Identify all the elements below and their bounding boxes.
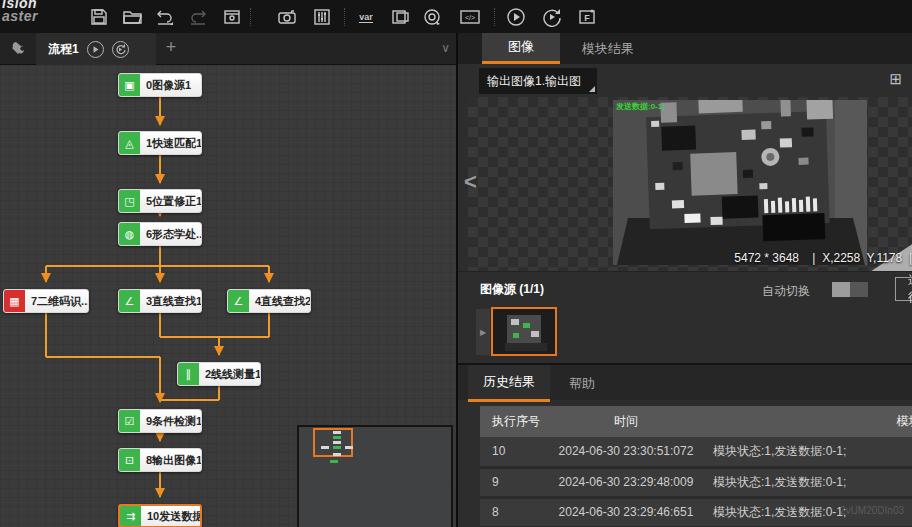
- flow-node-label: 4直线查找2: [249, 290, 311, 312]
- tab-image[interactable]: 图像: [482, 33, 560, 64]
- history-cell: 10: [480, 437, 551, 467]
- flow-tab[interactable]: 流程1: [36, 33, 156, 65]
- result-tab-bar: 图像 模块结果: [458, 33, 912, 64]
- col-module-data: 模块数据: [701, 406, 912, 437]
- flow-node-6-morphology[interactable]: ◍6形态学处...: [118, 222, 202, 246]
- add-flow-button[interactable]: +: [160, 37, 182, 58]
- thumbnail-nav-icon[interactable]: ▶: [476, 309, 490, 355]
- variable-icon[interactable]: var: [352, 6, 380, 28]
- run-once-icon[interactable]: [505, 6, 527, 28]
- flow-node-0-image-source[interactable]: ▣0图像源1: [118, 73, 202, 97]
- toggle-knob: [832, 282, 850, 297]
- col-time: 时间: [551, 406, 701, 437]
- history-cell: 2024-06-30 23:30:51:072: [551, 437, 701, 467]
- thumbnail-image: [493, 309, 555, 354]
- target-run-icon[interactable]: [421, 6, 443, 28]
- output-image-select-label: 输出图像1.输出图: [487, 73, 581, 90]
- flow-node-label: 6形态学处...: [140, 223, 202, 245]
- 0-image-source-icon: ▣: [119, 74, 140, 96]
- image-source-label: 图像源 (1/1): [480, 281, 544, 298]
- history-cell: 模块状态:1,发送数据:0-1;: [701, 467, 912, 497]
- flow-run-loop-button[interactable]: [112, 41, 129, 58]
- flow-node-label: 10发送数据1: [141, 506, 202, 526]
- inspection-photo: [613, 100, 867, 265]
- flow-node-5-position-fix[interactable]: ◳5位置修正1: [118, 189, 202, 213]
- history-cell: 2024-06-30 23:29:48:009: [551, 467, 701, 497]
- flowchart-minimap[interactable]: [297, 425, 453, 527]
- top-toolbar: ision aster var </> F: [0, 0, 912, 33]
- 6-morphology-icon: ◍: [119, 223, 140, 245]
- flow-node-label: 9条件检测1: [140, 410, 202, 432]
- redo-icon[interactable]: [187, 6, 209, 28]
- 3-line-find-1-icon: ∠: [119, 290, 140, 312]
- flow-node-label: 2线线测量1: [199, 363, 261, 385]
- output-image-select[interactable]: 输出图像1.输出图: [479, 68, 597, 94]
- flow-header-bar: 流程1 + ∨: [0, 33, 456, 65]
- settings-sliders-icon[interactable]: [311, 6, 333, 28]
- history-header-row: 执行序号 时间 模块数据: [480, 406, 912, 437]
- history-row[interactable]: 102024-06-30 23:30:51:072模块状态:1,发送数据:0-1…: [480, 437, 912, 467]
- fit-view-icon[interactable]: ⊞: [889, 70, 902, 88]
- auto-switch-label: 自动切换: [762, 283, 810, 300]
- toolbar-separator: [494, 8, 495, 26]
- 5-position-fix-icon: ◳: [119, 190, 140, 212]
- tab-help[interactable]: 帮助: [550, 365, 614, 402]
- 2-line-measure-icon: ∥: [178, 363, 199, 385]
- flow-node-7-qrcode[interactable]: ▦7二维码识...: [3, 289, 89, 313]
- select-corner-triangle: [589, 86, 595, 92]
- auto-switch-toggle[interactable]: [832, 282, 868, 297]
- flow-node-label: 3直线查找1: [140, 290, 202, 312]
- open-folder-icon[interactable]: [121, 6, 143, 28]
- history-cell: 9: [480, 467, 551, 497]
- flow-node-1-fast-match[interactable]: ◬1快速匹配1: [118, 131, 202, 155]
- view-selector-row: 输出图像1.输出图 ⊞: [458, 64, 912, 97]
- flow-run-once-button[interactable]: [87, 41, 104, 58]
- history-cell: 模块状态:1,发送数据:0-1;: [701, 437, 912, 467]
- watermark-text: 2vUM20DIn03: [840, 505, 904, 516]
- 8-output-image-icon: ⊡: [119, 449, 140, 471]
- toolbar-separator: [250, 8, 251, 26]
- image-overlay-text: 发送数据:0-1;: [616, 101, 665, 112]
- flow-node-10-send-data[interactable]: ⇉10发送数据1: [118, 504, 202, 527]
- source-thumbnail[interactable]: [491, 307, 557, 356]
- wrench-icon[interactable]: [10, 40, 26, 60]
- function-icon[interactable]: F: [576, 6, 598, 28]
- 4-line-find-2-icon: ∠: [228, 290, 249, 312]
- flow-node-label: 5位置修正1: [140, 190, 202, 212]
- tab-history-result[interactable]: 历史结果: [468, 365, 550, 402]
- right-panel: 图像 模块结果 输出图像1.输出图 ⊞: [456, 33, 912, 527]
- history-row[interactable]: 92024-06-30 23:29:48:009模块状态:1,发送数据:0-1;: [480, 467, 912, 497]
- script-icon[interactable]: </>: [459, 6, 481, 28]
- run-button[interactable]: 运行: [895, 277, 912, 301]
- previous-image-chevron-icon[interactable]: <: [464, 169, 477, 195]
- 1-fast-match-icon: ◬: [119, 132, 140, 154]
- save-icon[interactable]: [88, 6, 110, 28]
- flow-node-2-line-measure[interactable]: ∥2线线测量1: [177, 362, 261, 386]
- module-icon[interactable]: [389, 6, 411, 28]
- history-cell: 8: [480, 497, 551, 527]
- 10-send-data-icon: ⇉: [120, 506, 141, 526]
- image-status-readout: 5472 * 3648 | X,2258 Y,1178 |: [734, 251, 912, 265]
- run-loop-icon[interactable]: [541, 6, 563, 28]
- lock-window-icon[interactable]: [221, 6, 243, 28]
- svg-text:F: F: [584, 13, 590, 23]
- flow-node-label: 1快速匹配1: [140, 132, 202, 154]
- col-exec-no: 执行序号: [480, 406, 551, 437]
- flow-node-label: 0图像源1: [140, 74, 201, 96]
- flow-node-9-condition[interactable]: ☑9条件检测1: [118, 409, 202, 433]
- flow-node-3-line-find-1[interactable]: ∠3直线查找1: [118, 289, 202, 313]
- tab-module-result[interactable]: 模块结果: [560, 33, 656, 64]
- flowchart-canvas[interactable]: ▣0图像源1◬1快速匹配1◳5位置修正1◍6形态学处...▦7二维码识...∠3…: [0, 65, 456, 527]
- image-viewer[interactable]: 发送数据:0-1; 5472 * 3648 | X,2258 Y,1178 |: [468, 97, 912, 271]
- camera-icon[interactable]: [276, 6, 298, 28]
- chevron-down-icon[interactable]: ∨: [441, 41, 450, 55]
- flow-node-label: 7二维码识...: [25, 290, 89, 312]
- flow-node-4-line-find-2[interactable]: ∠4直线查找2: [227, 289, 311, 313]
- 7-qrcode-icon: ▦: [4, 290, 25, 312]
- flow-node-8-output-image[interactable]: ⊡8输出图像1: [118, 448, 202, 472]
- flow-node-label: 8输出图像1: [140, 449, 202, 471]
- flow-tab-label: 流程1: [48, 41, 79, 58]
- image-source-section: 图像源 (1/1) 自动切换 运行 ▶: [458, 271, 912, 363]
- history-cell: 2024-06-30 23:29:46:651: [551, 497, 701, 527]
- undo-icon[interactable]: [154, 6, 176, 28]
